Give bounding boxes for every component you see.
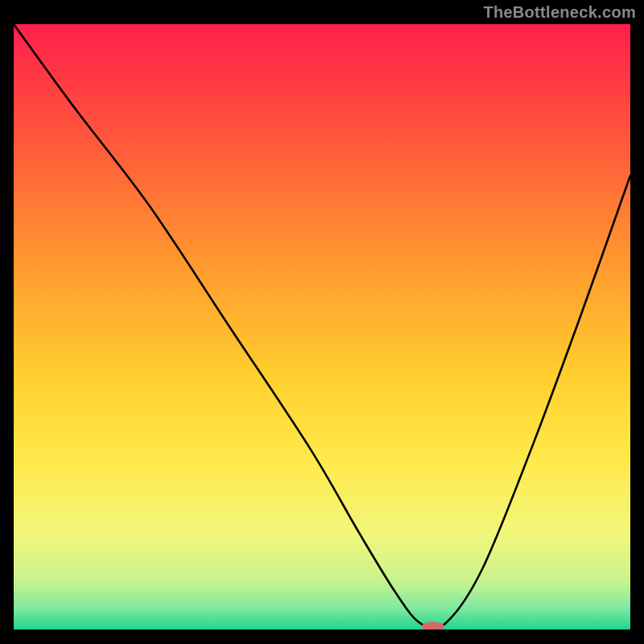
plot-area xyxy=(14,24,630,630)
watermark-text: TheBottleneck.com xyxy=(483,3,636,22)
gradient-background xyxy=(14,24,630,630)
bottleneck-chart xyxy=(14,24,630,630)
chart-frame: TheBottleneck.com xyxy=(0,0,644,644)
